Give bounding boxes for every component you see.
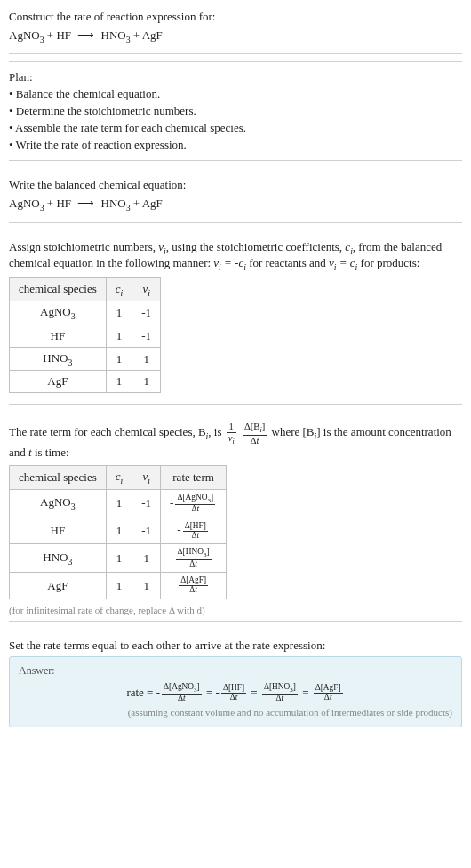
cell-ci: 1 (106, 347, 132, 371)
plan-item: • Balance the chemical equation. (9, 87, 462, 101)
final-section: Set the rate terms equal to each other t… (9, 631, 462, 733)
plan-item: • Assemble the rate term for each chemic… (9, 121, 462, 135)
cell-ci: 1 (106, 518, 132, 544)
frac-one-over-nu: 1νi (225, 422, 238, 446)
plan-item: • Determine the stoichiometric numbers. (9, 104, 462, 118)
cell-nui: -1 (132, 489, 161, 518)
cell-nui: 1 (132, 371, 161, 393)
cell-species: HF (10, 325, 107, 347)
plan-item: • Write the rate of reaction expression. (9, 138, 462, 152)
assign-section: Assign stoichiometric numbers, νi, using… (9, 232, 462, 405)
cell-rateterm: -Δ[AgNO3]Δt (161, 489, 227, 518)
cell-species: HF (10, 518, 107, 544)
eq-plus-agf: + AgF (131, 28, 163, 42)
cell-ci: 1 (106, 544, 132, 573)
cell-nui: 1 (132, 347, 161, 371)
col-ci: ci (106, 277, 132, 301)
answer-label: Answer: (19, 664, 452, 678)
plan-section: Plan: • Balance the chemical equation. •… (9, 61, 462, 161)
eq-rhs-hno3: HNO3 (98, 28, 130, 42)
cell-rateterm: -Δ[HF]Δt (161, 518, 227, 544)
table-row: HF 1 -1 -Δ[HF]Δt (10, 518, 227, 544)
eq-lhs-agno3: AgNO3 (9, 28, 44, 42)
answer-box: Answer: rate = -Δ[AgNO3]Δt = -Δ[HF]Δt = … (9, 656, 462, 727)
cell-species: HNO3 (10, 347, 107, 371)
table-row: HF1-1 (10, 325, 161, 347)
table-row: HNO311 (10, 347, 161, 371)
arrow-icon (74, 197, 98, 210)
col-nui: νi (132, 466, 161, 490)
cell-nui: 1 (132, 573, 161, 599)
rateterm-section: The rate term for each chemical species,… (9, 414, 462, 622)
col-species: chemical species (10, 466, 107, 490)
col-ci: ci (106, 466, 132, 490)
col-rateterm: rate term (161, 466, 227, 490)
rateterm-table: chemical species ci νi rate term AgNO3 1… (9, 465, 227, 599)
balanced-equation: AgNO3 + HF HNO3 + AgF (9, 195, 462, 214)
col-nui: νi (132, 277, 161, 301)
final-title: Set the rate terms equal to each other t… (9, 639, 462, 653)
table-row: AgNO31-1 (10, 301, 161, 326)
balanced-title: Write the balanced chemical equation: (9, 178, 462, 192)
cell-nui: -1 (132, 518, 161, 544)
delta-note: (for infinitesimal rate of change, repla… (9, 605, 462, 615)
cell-ci: 1 (106, 301, 132, 326)
table-row: AgNO3 1 -1 -Δ[AgNO3]Δt (10, 489, 227, 518)
rate-expression: rate = -Δ[AgNO3]Δt = -Δ[HF]Δt = Δ[HNO3]Δ… (19, 683, 452, 703)
table-row: AgF11 (10, 371, 161, 393)
cell-species: AgF (10, 371, 107, 393)
eq-rhs-hno3: HNO3 (98, 197, 130, 210)
table-row: HNO3 1 1 Δ[HNO3]Δt (10, 544, 227, 573)
cell-nui: -1 (132, 325, 161, 347)
eq-plus-agf: + AgF (131, 197, 163, 210)
frac-dBi-dt: Δ[Bi]Δt (241, 422, 268, 446)
cell-rateterm: Δ[AgF]Δt (161, 573, 227, 599)
cell-nui: -1 (132, 301, 161, 326)
unbalanced-equation: AgNO3 + HF HNO3 + AgF (9, 27, 462, 46)
cell-ci: 1 (106, 325, 132, 347)
plan-title: Plan: (9, 70, 462, 84)
col-species: chemical species (10, 277, 107, 301)
balanced-section: Write the balanced chemical equation: Ag… (9, 170, 462, 223)
rateterm-text: The rate term for each chemical species,… (9, 422, 462, 460)
cell-species: AgF (10, 573, 107, 599)
cell-ci: 1 (106, 371, 132, 393)
cell-nui: 1 (132, 544, 161, 573)
cell-rateterm: Δ[HNO3]Δt (161, 544, 227, 573)
stoich-table: chemical species ci νi AgNO31-1 HF1-1 HN… (9, 277, 161, 394)
cell-species: HNO3 (10, 544, 107, 573)
cell-ci: 1 (106, 573, 132, 599)
eq-plus-hf: + HF (44, 197, 75, 210)
prompt-title: Construct the rate of reaction expressio… (9, 10, 462, 24)
assign-text: Assign stoichiometric numbers, νi, using… (9, 240, 462, 271)
cell-ci: 1 (106, 489, 132, 518)
eq-plus-hf: + HF (44, 28, 75, 42)
cell-species: AgNO3 (10, 489, 107, 518)
cell-species: AgNO3 (10, 301, 107, 326)
assumption-note: (assuming constant volume and no accumul… (19, 707, 452, 718)
table-row: AgF 1 1 Δ[AgF]Δt (10, 573, 227, 599)
arrow-icon (74, 28, 98, 42)
eq-lhs-agno3: AgNO3 (9, 197, 44, 210)
